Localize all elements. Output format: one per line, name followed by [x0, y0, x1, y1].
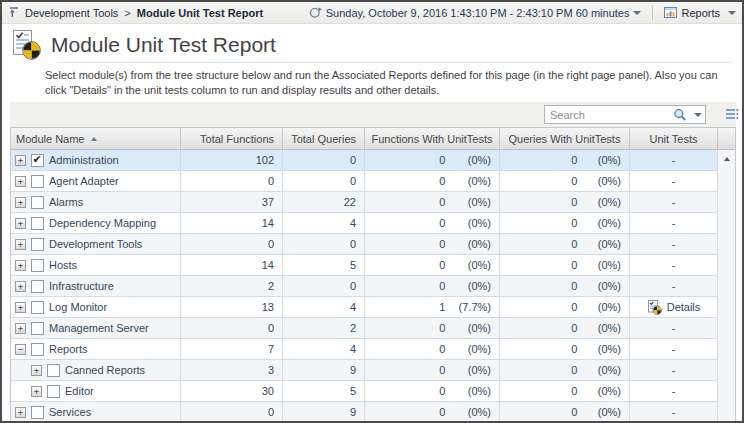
- functions-with-unittests-cell: 0 (0%): [365, 213, 500, 234]
- table-row[interactable]: + Infrastructure 2 0 0 (0%) 0 (0%) -: [11, 276, 718, 297]
- table-row[interactable]: + Services 0 9 0 (0%) 0 (0%) -: [11, 402, 718, 423]
- queries-unittests-count: 0: [500, 196, 577, 208]
- unit-tests-dash: -: [672, 196, 676, 208]
- vertical-scrollbar[interactable]: [718, 150, 735, 423]
- queries-with-unittests-cell: 0 (0%): [500, 381, 630, 402]
- breadcrumb-root[interactable]: Development Tools: [25, 7, 118, 19]
- table-row[interactable]: + Management Server 0 2 0 (0%) 0 (0%) -: [11, 318, 718, 339]
- queries-unittests-pct: (0%): [577, 280, 629, 292]
- column-header-total-queries[interactable]: Total Queries: [283, 128, 365, 150]
- functions-with-unittests-cell: 0 (0%): [365, 360, 500, 381]
- row-checkbox[interactable]: [47, 385, 60, 398]
- module-name-cell: + Management Server: [11, 318, 181, 339]
- module-unit-test-table: Module Name Total Functions Total Querie…: [10, 127, 736, 423]
- total-queries-value: 9: [350, 406, 356, 418]
- unit-tests-cell: -: [630, 255, 718, 276]
- row-expander[interactable]: +: [31, 386, 42, 397]
- row-expander[interactable]: +: [31, 365, 42, 376]
- time-range-selector[interactable]: Sunday, October 9, 2016 1:43:10 PM - 2:4…: [309, 6, 642, 19]
- table-row[interactable]: + Agent Adapter 0 0 0 (0%) 0 (0%) -: [11, 171, 718, 192]
- table-row[interactable]: + Log Monitor 13 4 1 (7.7%) 0 (0%): [11, 297, 718, 318]
- queries-with-unittests-cell: 0 (0%): [500, 318, 630, 339]
- row-checkbox[interactable]: [31, 259, 44, 272]
- total-functions-value: 2: [268, 280, 274, 292]
- module-name-label: Hosts: [49, 259, 77, 271]
- details-label: Details: [667, 301, 701, 313]
- queries-with-unittests-cell: 0 (0%): [500, 339, 630, 360]
- table-row[interactable]: + Editor 30 5 0 (0%) 0 (0%) -: [11, 381, 718, 402]
- row-checkbox[interactable]: [31, 196, 44, 209]
- column-chooser-icon[interactable]: [725, 107, 739, 125]
- unit-tests-dash: -: [672, 322, 676, 334]
- total-functions-cell: 30: [181, 381, 283, 402]
- module-name-label: Log Monitor: [49, 301, 107, 313]
- table-row[interactable]: − Reports 7 4 0 (0%) 0 (0%) -: [11, 339, 718, 360]
- total-functions-value: 0: [268, 322, 274, 334]
- row-expander[interactable]: +: [15, 281, 26, 292]
- row-expander[interactable]: +: [15, 197, 26, 208]
- table-row[interactable]: + Administration 102 0 0 (0%) 0 (0%) -: [11, 150, 718, 171]
- module-name-cell: + Alarms: [11, 192, 181, 213]
- functions-unittests-count: 0: [365, 364, 445, 376]
- search-button[interactable]: [673, 108, 702, 122]
- row-expander[interactable]: +: [15, 407, 26, 418]
- row-expander[interactable]: −: [15, 344, 26, 355]
- row-expander[interactable]: +: [15, 218, 26, 229]
- total-queries-cell: 5: [283, 381, 365, 402]
- column-header-unit-tests[interactable]: Unit Tests: [630, 128, 718, 150]
- total-functions-cell: 0: [181, 171, 283, 192]
- unit-tests-cell: -: [630, 213, 718, 234]
- row-checkbox[interactable]: [31, 343, 44, 356]
- row-expander[interactable]: +: [15, 239, 26, 250]
- queries-with-unittests-cell: 0 (0%): [500, 276, 630, 297]
- functions-with-unittests-cell: 0 (0%): [365, 171, 500, 192]
- table-row[interactable]: + Canned Reports 3 9 0 (0%) 0 (0%) -: [11, 360, 718, 381]
- details-link[interactable]: Details: [647, 300, 701, 315]
- functions-unittests-pct: (0%): [445, 280, 499, 292]
- row-expander[interactable]: +: [15, 176, 26, 187]
- column-header-total-functions[interactable]: Total Functions: [181, 128, 283, 150]
- functions-unittests-count: 0: [365, 154, 445, 166]
- total-queries-value: 9: [350, 364, 356, 376]
- table-row[interactable]: + Hosts 14 5 0 (0%) 0 (0%) -: [11, 255, 718, 276]
- total-queries-value: 0: [350, 175, 356, 187]
- row-checkbox[interactable]: [31, 175, 44, 188]
- up-level-icon[interactable]: [8, 6, 20, 20]
- row-checkbox[interactable]: [31, 238, 44, 251]
- column-header-queries-with-unittests[interactable]: Queries With UnitTests: [500, 128, 630, 150]
- row-checkbox[interactable]: [31, 322, 44, 335]
- total-queries-cell: 5: [283, 255, 365, 276]
- search-input[interactable]: [550, 109, 673, 121]
- total-functions-value: 0: [268, 238, 274, 250]
- module-name-cell: + Agent Adapter: [11, 171, 181, 192]
- unit-tests-cell: -: [630, 402, 718, 423]
- module-name-label: Reports: [49, 343, 88, 355]
- row-expander[interactable]: +: [15, 323, 26, 334]
- row-checkbox[interactable]: [31, 217, 44, 230]
- row-checkbox[interactable]: [31, 280, 44, 293]
- table-row[interactable]: + Dependency Mapping 14 4 0 (0%) 0 (0%) …: [11, 213, 718, 234]
- total-functions-cell: 0: [181, 318, 283, 339]
- row-expander[interactable]: +: [15, 260, 26, 271]
- queries-unittests-count: 0: [500, 406, 577, 418]
- row-expander[interactable]: +: [15, 155, 26, 166]
- row-checkbox[interactable]: [31, 406, 44, 419]
- queries-unittests-count: 0: [500, 280, 577, 292]
- column-header-module-name[interactable]: Module Name: [11, 128, 181, 150]
- total-functions-cell: 102: [181, 150, 283, 171]
- app-window: Development Tools > Module Unit Test Rep…: [0, 0, 744, 423]
- unit-tests-cell: -: [630, 360, 718, 381]
- row-checkbox[interactable]: [31, 154, 44, 167]
- table-row[interactable]: + Alarms 37 22 0 (0%) 0 (0%) -: [11, 192, 718, 213]
- row-checkbox[interactable]: [47, 364, 60, 377]
- reports-menu-button[interactable]: Reports: [664, 6, 736, 19]
- row-checkbox[interactable]: [31, 301, 44, 314]
- table-row[interactable]: + Development Tools 0 0 0 (0%) 0 (0%) -: [11, 234, 718, 255]
- column-header-functions-with-unittests[interactable]: Functions With UnitTests: [365, 128, 500, 150]
- functions-with-unittests-cell: 0 (0%): [365, 192, 500, 213]
- scrollbar-up-button[interactable]: [718, 150, 735, 167]
- functions-unittests-pct: (0%): [445, 364, 499, 376]
- functions-with-unittests-cell: 1 (7.7%): [365, 297, 500, 318]
- queries-with-unittests-cell: 0 (0%): [500, 171, 630, 192]
- row-expander[interactable]: +: [15, 302, 26, 313]
